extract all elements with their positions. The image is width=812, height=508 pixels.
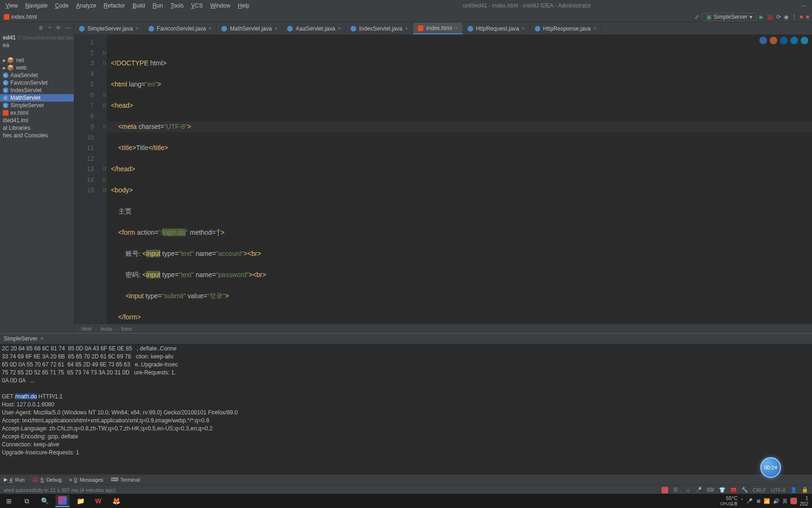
tree-node-blank[interactable] xyxy=(0,49,74,56)
sogou-icon[interactable] xyxy=(662,487,668,493)
chrome-icon[interactable] xyxy=(759,37,767,44)
breadcrumb-html[interactable]: html xyxy=(82,326,92,332)
line-separator[interactable]: CRLF xyxy=(753,487,766,493)
editor-tab-httprequest-java[interactable]: HttpRequest.java× xyxy=(463,23,530,34)
editor-tab-index-html[interactable]: index.html× xyxy=(413,23,463,34)
wifi-tray-icon[interactable]: 📶 xyxy=(764,498,770,504)
tool-tab-terminal[interactable]: ⌨Terminal xyxy=(111,476,140,483)
firefox-icon[interactable] xyxy=(770,37,777,44)
taskview-button[interactable]: ⧉ xyxy=(20,495,34,507)
run-config-selector[interactable]: ▣ SimpleServer ▾ xyxy=(702,13,756,21)
window-title: untitled41 - index.html - IntelliJ IDEA … xyxy=(253,2,801,9)
firefox-task[interactable]: 🦊 xyxy=(109,495,123,507)
wps-task[interactable]: W xyxy=(91,495,105,507)
menu-build[interactable]: Build xyxy=(129,1,149,10)
ime-tray[interactable]: 英 xyxy=(782,498,788,505)
tool-tab-debug[interactable]: 🐞5: Debug xyxy=(32,476,62,483)
code-editor[interactable]: 123456789101112131415 ⊟⊟⊟⊟⊟⊟⊟⊟ <!DOCTYPE… xyxy=(74,35,812,324)
tree-node-indexservlet[interactable]: CIndexServlet xyxy=(0,87,74,94)
menu-help[interactable]: Help xyxy=(234,1,253,10)
volume-tray-icon[interactable]: 🔊 xyxy=(773,498,780,504)
intellij-task[interactable] xyxy=(55,495,70,507)
gear-icon[interactable]: ✲ xyxy=(56,24,61,31)
menu-navigate[interactable]: Navigate xyxy=(22,1,51,10)
build-icon[interactable]: ⤢ xyxy=(695,14,699,20)
wrench-icon[interactable]: 🔧 xyxy=(742,487,748,493)
minimize-icon[interactable]: — xyxy=(801,2,806,9)
safari-icon[interactable] xyxy=(790,37,798,44)
profile-button[interactable]: ◉ xyxy=(784,14,789,20)
breadcrumb[interactable]: html›body›form xyxy=(74,324,812,333)
network-tray-icon[interactable]: 🖥 xyxy=(756,498,761,504)
tool-tab-run[interactable]: ▶4: Run xyxy=(4,476,24,483)
tree-node-mathservlet[interactable]: CMathServlet xyxy=(0,94,74,102)
menu-view[interactable]: View xyxy=(2,1,22,10)
menu-tools[interactable]: Tools xyxy=(167,1,187,10)
edge-icon[interactable] xyxy=(780,37,788,44)
editor-tab-indexservlet-java[interactable]: IndexServlet.java× xyxy=(346,23,413,34)
sogou-tray-icon[interactable] xyxy=(790,498,797,504)
tree-root[interactable]: ed41 C:\Users\Administrator\Idea xyxy=(0,34,74,41)
hide-icon[interactable]: — xyxy=(65,24,71,31)
editor-tab-httpresponse-java[interactable]: HttpResponse.java× xyxy=(530,23,601,34)
stop-button-2[interactable]: ■ xyxy=(806,14,809,20)
start-button[interactable]: ⊞ xyxy=(2,495,16,507)
mic-icon[interactable]: 🎤 xyxy=(695,487,702,493)
code-area[interactable]: <!DOCTYPE html> <html lang="en"> <head> … xyxy=(107,35,812,324)
collapse-icon[interactable]: ÷ xyxy=(48,24,51,31)
debug-button[interactable]: 🐞 xyxy=(766,14,773,20)
clock[interactable]: 1 202 xyxy=(800,495,808,507)
explorer-task[interactable]: 📁 xyxy=(73,495,87,507)
open-file-tab[interactable]: index.html xyxy=(0,11,41,22)
tree-node-ea[interactable]: ea xyxy=(0,41,74,49)
menu-analyze[interactable]: Analyze xyxy=(72,1,100,10)
menu-run[interactable]: Run xyxy=(149,1,167,10)
encoding[interactable]: UTF-8 xyxy=(771,487,786,493)
fold-column[interactable]: ⊟⊟⊟⊟⊟⊟⊟⊟ xyxy=(102,35,107,324)
run-output[interactable]: 2C 20 84 85 68 6C 81 74 85 0D 0A 43 6F 6… xyxy=(0,344,812,474)
tree-node-al-libraries[interactable]: al Libraries xyxy=(0,124,74,132)
menu-vcs[interactable]: VCS xyxy=(187,1,207,10)
stop-button[interactable]: ■ xyxy=(800,14,803,20)
coverage-button[interactable]: ⟳ xyxy=(776,14,781,20)
run-button[interactable]: ▶ xyxy=(759,14,764,20)
skin-icon[interactable]: 👕 xyxy=(719,487,726,493)
breadcrumb-form[interactable]: form xyxy=(121,326,132,332)
ime-indicator[interactable]: 英 , xyxy=(673,486,681,493)
run-panel: SimpleServer × 2C 20 84 85 68 6C 81 74 8… xyxy=(0,333,812,474)
tree-node-itled41-iml[interactable]: itled41.iml xyxy=(0,117,74,124)
tray-up-icon[interactable]: ˄ xyxy=(741,498,743,504)
tree-node-faviconservlet[interactable]: CFaviconServlet xyxy=(0,79,74,87)
project-tree[interactable]: ed41 C:\Users\Administrator\Ideaea▸ 📦net… xyxy=(0,33,74,140)
toolbox-icon[interactable]: 🧰 xyxy=(730,487,737,493)
timer-overlay[interactable]: 00:24 xyxy=(760,457,781,478)
run-panel-tab[interactable]: SimpleServer × xyxy=(0,333,812,344)
close-icon[interactable]: × xyxy=(40,335,44,342)
tree-node-net[interactable]: ▸ 📦net xyxy=(0,56,74,64)
tree-node-hes-and-consoles[interactable]: hes and Consoles xyxy=(0,132,74,139)
menu-window[interactable]: Window xyxy=(206,1,234,10)
cpu-temp[interactable]: 55°C CPU温度 xyxy=(720,495,738,507)
editor-tab-mathservlet-java[interactable]: MathServlet.java× xyxy=(217,23,282,34)
mic-tray-icon[interactable]: 🎤 xyxy=(746,498,753,504)
editor-tab-aaaservlet-java[interactable]: AaaServlet.java× xyxy=(282,23,346,34)
menu-code[interactable]: Code xyxy=(51,1,72,10)
breadcrumb-body[interactable]: body xyxy=(101,326,112,332)
editor-tab-faviconservlet-java[interactable]: FaviconServlet.java× xyxy=(144,23,217,34)
keyboard-icon[interactable]: ⌨ xyxy=(707,487,714,493)
attach-button[interactable]: ⋮ xyxy=(791,14,797,20)
search-button[interactable]: 🔍 xyxy=(38,495,52,507)
tree-node-simpleserver[interactable]: CSimpleServer xyxy=(0,102,74,109)
tree-node-aaaservlet[interactable]: CAaaServlet xyxy=(0,71,74,79)
menu-refactor[interactable]: Refactor xyxy=(100,1,129,10)
tree-node-ex-html[interactable]: ex.html xyxy=(0,109,74,117)
tool-tab-messages[interactable]: ≡0: Messages xyxy=(69,477,103,483)
chevron-down-icon: ▾ xyxy=(750,14,752,20)
editor-tab-simpleserver-java[interactable]: SimpleServer.java× xyxy=(74,23,144,34)
emoji-icon[interactable]: ☺ xyxy=(686,487,691,493)
target-icon[interactable]: ⊕ xyxy=(39,24,43,31)
ie-icon[interactable] xyxy=(801,37,808,44)
tree-node-web[interactable]: ▸ 📦web xyxy=(0,64,74,71)
browser-preview-icons[interactable] xyxy=(759,37,808,44)
inspection-icon[interactable]: 👤 xyxy=(790,487,797,493)
